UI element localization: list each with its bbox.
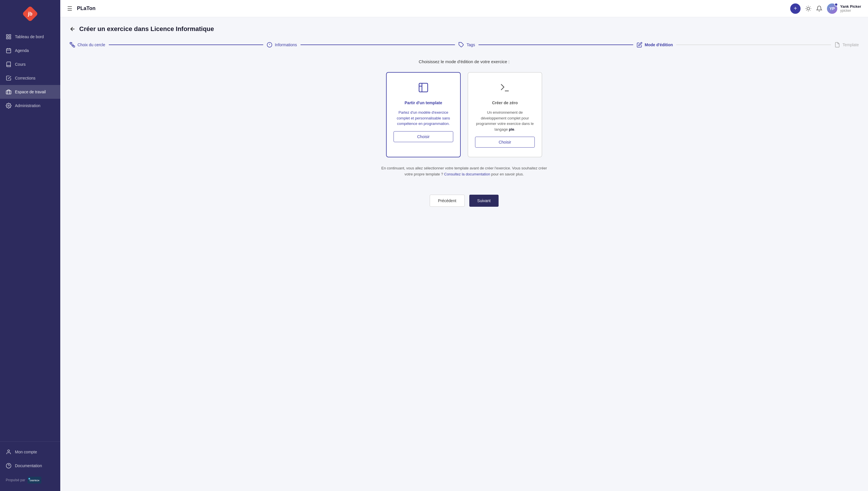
app-logo-icon: jb xyxy=(22,6,38,22)
sidebar-nav: Tableau de bord Agenda Cours Corrections xyxy=(0,28,60,441)
step-template: Template xyxy=(834,42,859,48)
mode-card-template[interactable]: Partir d'un template Partez d'un modèle … xyxy=(386,72,461,157)
template-card-title: Partir d'un template xyxy=(405,100,442,105)
book-icon xyxy=(6,61,11,67)
template-icon xyxy=(834,42,840,48)
sidebar-logo: jb xyxy=(0,0,60,28)
edit-icon xyxy=(637,42,642,48)
svg-rect-31 xyxy=(73,46,74,47)
sidebar-item-documentation[interactable]: Documentation xyxy=(0,459,60,473)
step-connector-4 xyxy=(676,45,831,45)
user-avatar: YP xyxy=(827,3,837,14)
user-details: Yank Picker ypicker xyxy=(840,4,861,13)
template-card-desc: Partez d'un modèle d'exercice complet et… xyxy=(393,110,453,126)
sidebar-item-mon-compte[interactable]: Mon compte xyxy=(0,445,60,459)
terminal-icon xyxy=(499,82,511,93)
step-connector-1 xyxy=(109,45,264,45)
sidebar-item-cours[interactable]: Cours xyxy=(0,57,60,71)
info-link[interactable]: Consultez la documentation xyxy=(444,172,491,176)
svg-rect-4 xyxy=(7,37,8,39)
sidebar: jb Tableau de bord Agenda Cours xyxy=(0,0,60,491)
settings-icon xyxy=(6,103,11,109)
mode-question: Choisissez le mode d'édition de votre ex… xyxy=(69,59,859,64)
sidebar-bottom: Mon compte Documentation Propulsé par CI… xyxy=(0,441,60,491)
mode-card-scratch[interactable]: Créer de zéro Un environnement de dévelo… xyxy=(468,72,542,157)
step-label: Tags xyxy=(467,42,475,47)
check-square-icon xyxy=(6,75,11,81)
sun-icon xyxy=(805,5,811,12)
add-button[interactable]: + xyxy=(790,3,801,14)
sidebar-item-tableau-de-bord[interactable]: Tableau de bord xyxy=(0,30,60,44)
svg-rect-2 xyxy=(7,35,8,36)
cisstech-logo-icon: CISSTECH xyxy=(28,476,41,484)
plus-icon: + xyxy=(794,5,797,12)
svg-line-22 xyxy=(806,6,807,7)
step-mode-edition: Mode d'édition xyxy=(637,42,673,48)
svg-rect-10 xyxy=(6,91,11,94)
sidebar-item-administration[interactable]: Administration xyxy=(0,99,60,113)
page-title: Créer un exercice dans Licence Informati… xyxy=(79,25,214,33)
sidebar-item-label: Espace de travail xyxy=(15,90,46,94)
sidebar-item-label: Cours xyxy=(15,62,26,67)
mode-cards: Partir d'un template Partez d'un modèle … xyxy=(69,72,859,157)
tag-icon xyxy=(458,42,464,48)
scratch-desc-end: . xyxy=(514,127,515,132)
svg-rect-5 xyxy=(9,37,11,39)
step-connector-2 xyxy=(301,45,455,45)
stepper: Choix du cercle Informations Tags xyxy=(69,42,859,48)
notifications-button[interactable] xyxy=(816,5,822,12)
svg-point-19 xyxy=(807,7,809,10)
svg-point-11 xyxy=(8,105,9,107)
sidebar-item-espace-de-travail[interactable]: Espace de travail xyxy=(0,85,60,99)
layout-icon xyxy=(418,82,429,93)
svg-point-18 xyxy=(29,478,30,479)
step-connector-3 xyxy=(478,45,633,45)
page-header: Créer un exercice dans Licence Informati… xyxy=(69,25,859,33)
user-icon xyxy=(6,449,11,455)
svg-line-26 xyxy=(806,10,807,10)
scratch-desc-bold: ple xyxy=(509,127,514,132)
header-actions: + YP xyxy=(790,3,861,14)
info-circle-icon xyxy=(267,42,272,48)
scratch-choose-button[interactable]: Choisir xyxy=(475,137,535,148)
step-choix-du-cercle: Choix du cercle xyxy=(69,42,106,48)
user-info: YP Yank Picker ypicker xyxy=(827,3,861,14)
svg-line-27 xyxy=(810,6,810,7)
info-text: En continuant, vous allez sélectionner v… xyxy=(378,165,550,177)
theme-toggle-button[interactable] xyxy=(805,5,811,12)
menu-toggle-button[interactable]: ☰ xyxy=(67,5,72,12)
powered-by: Propulsé par CISSTECH xyxy=(0,473,60,488)
template-choose-button[interactable]: Choisir xyxy=(393,131,453,142)
sidebar-item-agenda[interactable]: Agenda xyxy=(0,44,60,57)
prev-button[interactable]: Précédent xyxy=(430,195,465,207)
step-label: Template xyxy=(842,42,859,47)
sidebar-item-corrections[interactable]: Corrections xyxy=(0,71,60,85)
next-button[interactable]: Suivant xyxy=(469,195,499,207)
sidebar-item-label: Administration xyxy=(15,104,40,108)
info-text-after: pour en savoir plus. xyxy=(491,172,523,176)
scratch-card-icon xyxy=(499,82,511,96)
step-label: Informations xyxy=(275,42,297,47)
app-title: PLaTon xyxy=(77,5,786,11)
svg-rect-6 xyxy=(7,49,11,53)
footer-actions: Précédent Suivant xyxy=(69,189,859,212)
bell-icon xyxy=(816,5,822,12)
network-icon xyxy=(69,42,75,48)
scratch-card-desc: Un environnement de développement comple… xyxy=(475,110,535,132)
grid-icon xyxy=(6,34,11,40)
back-button[interactable] xyxy=(69,26,76,32)
svg-text:CISSTECH: CISSTECH xyxy=(30,480,39,482)
briefcase-icon xyxy=(6,89,11,95)
step-informations: Informations xyxy=(267,42,297,48)
sidebar-item-label: Corrections xyxy=(15,76,36,80)
avatar-initials: YP xyxy=(830,6,835,11)
app-header: ☰ PLaTon + xyxy=(60,0,868,17)
sidebar-item-label: Documentation xyxy=(15,463,42,468)
main-area: ☰ PLaTon + xyxy=(60,0,868,491)
template-card-icon xyxy=(418,82,429,96)
scratch-desc-plain: Un environnement de développement comple… xyxy=(476,110,534,132)
page-content: Créer un exercice dans Licence Informati… xyxy=(60,17,868,491)
svg-point-12 xyxy=(8,450,10,452)
step-tags: Tags xyxy=(458,42,475,48)
powered-by-text: Propulsé par xyxy=(6,478,25,482)
